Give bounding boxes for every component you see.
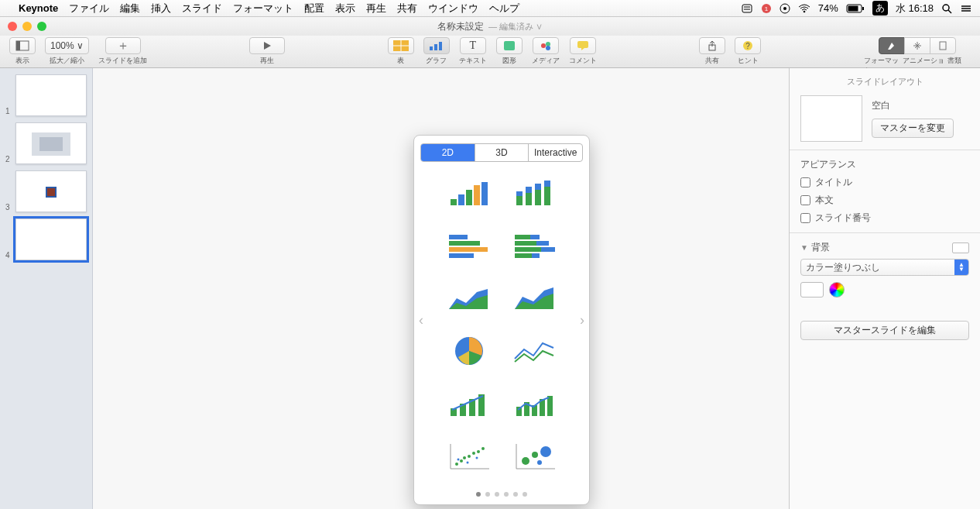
- menu-arrange[interactable]: 配置: [304, 2, 324, 15]
- fill-type-select[interactable]: カラー塗りつぶし ▲▼: [800, 259, 969, 276]
- background-swatch[interactable]: [952, 242, 969, 253]
- svg-rect-8: [862, 7, 864, 10]
- toolbar: 表示 100% ∨ 拡大／縮小 ＋ スライドを追加 再生 表 グラフ T テキス…: [0, 36, 980, 68]
- menu-play[interactable]: 再生: [366, 2, 386, 15]
- svg-point-23: [541, 43, 546, 48]
- page-dot[interactable]: [504, 492, 509, 497]
- toolbar-tips[interactable]: ? ヒント: [735, 37, 761, 66]
- slide-navigator[interactable]: 1 2 3 4: [0, 68, 93, 509]
- svg-rect-53: [530, 235, 540, 239]
- inspector-document-tab[interactable]: [930, 37, 956, 54]
- toolbar-add-slide[interactable]: ＋ スライドを追加: [98, 37, 147, 66]
- chart-type-stacked-bar[interactable]: [505, 171, 564, 215]
- svg-rect-48: [449, 235, 468, 239]
- title-checkbox-label: タイトル: [815, 176, 852, 189]
- menu-insert[interactable]: 挿入: [151, 2, 171, 15]
- menubar-extra-1-icon[interactable]: [741, 3, 753, 14]
- toolbar-text[interactable]: T テキスト: [459, 37, 487, 66]
- pageno-checkbox-row[interactable]: スライド番号: [800, 212, 969, 225]
- chart-type-pie[interactable]: [439, 329, 499, 373]
- svg-point-74: [463, 456, 466, 459]
- minimize-button[interactable]: [22, 22, 32, 31]
- page-dot[interactable]: [485, 492, 490, 497]
- menu-help[interactable]: ヘルプ: [489, 2, 519, 15]
- menu-share[interactable]: 共有: [397, 2, 417, 15]
- chart-type-bubble[interactable]: [505, 435, 564, 478]
- chart-type-bar[interactable]: [439, 171, 499, 215]
- svg-point-9: [943, 5, 949, 11]
- slide-thumb-2[interactable]: 2: [15, 122, 87, 164]
- page-dot[interactable]: [513, 492, 518, 497]
- battery-percent: 74%: [818, 2, 838, 14]
- menubar-extra-2-icon[interactable]: 1: [761, 3, 772, 14]
- menu-format[interactable]: フォーマット: [233, 2, 293, 15]
- app-name[interactable]: Keynote: [19, 2, 58, 14]
- control-center-icon[interactable]: [960, 4, 972, 13]
- change-master-button[interactable]: マスターを変更: [872, 119, 954, 138]
- toolbar-zoom[interactable]: 100% ∨ 拡大／縮小: [45, 37, 89, 66]
- slide-thumb-1[interactable]: 1: [15, 74, 87, 116]
- slide-thumb-3[interactable]: 3: [15, 170, 87, 212]
- appearance-heading: アピアランス: [800, 158, 969, 171]
- body-checkbox-row[interactable]: 本文: [800, 194, 969, 207]
- menu-window[interactable]: ウインドウ: [428, 2, 478, 15]
- disclosure-triangle-icon[interactable]: ▼: [800, 243, 808, 252]
- chart-tab-3d[interactable]: 3D: [475, 144, 529, 161]
- page-dot[interactable]: [523, 492, 527, 497]
- slide-number: 1: [5, 107, 10, 115]
- toolbar-table[interactable]: 表: [388, 37, 414, 66]
- traffic-lights: [8, 22, 46, 31]
- slide-number: 3: [5, 203, 10, 212]
- page-dot[interactable]: [476, 492, 481, 497]
- edit-master-button[interactable]: マスタースライドを編集: [800, 321, 969, 340]
- svg-rect-21: [439, 42, 442, 50]
- zoom-button[interactable]: [37, 22, 46, 31]
- slide-layout-thumb[interactable]: [800, 95, 862, 142]
- chart-type-hbar[interactable]: [439, 224, 499, 267]
- svg-rect-43: [526, 187, 532, 193]
- inspector-animate-tab[interactable]: [904, 37, 930, 54]
- document-title[interactable]: 名称未設定: [437, 20, 484, 33]
- chart-type-stacked-area[interactable]: [505, 277, 564, 320]
- body-checkbox[interactable]: [800, 195, 810, 205]
- toolbar-comment[interactable]: コメント: [569, 37, 597, 66]
- toolbar-view[interactable]: 表示: [9, 37, 36, 66]
- menu-file[interactable]: ファイル: [69, 2, 109, 15]
- spotlight-icon[interactable]: [941, 3, 952, 14]
- chart-tab-interactive[interactable]: Interactive: [528, 144, 582, 161]
- pageno-checkbox[interactable]: [800, 213, 810, 223]
- document-subtitle[interactable]: — 編集済み ∨: [488, 21, 543, 33]
- title-checkbox-row[interactable]: タイトル: [800, 176, 969, 189]
- slide-canvas[interactable]: 2D 3D Interactive ‹ ›: [93, 68, 790, 509]
- chart-type-stacked-hbar[interactable]: [505, 224, 564, 267]
- menu-edit[interactable]: 編集: [120, 2, 140, 15]
- chart-type-mixed[interactable]: [505, 382, 564, 425]
- toolbar-chart[interactable]: グラフ: [423, 37, 450, 66]
- title-checkbox[interactable]: [800, 177, 810, 187]
- inspector-format-tab[interactable]: [879, 37, 905, 54]
- menu-slide[interactable]: スライド: [182, 2, 222, 15]
- chart-type-scatter[interactable]: [439, 435, 499, 478]
- chart-type-bar-trend[interactable]: [439, 382, 499, 425]
- page-dot[interactable]: [495, 492, 499, 497]
- slide-thumb-4[interactable]: 4: [15, 218, 87, 260]
- toolbar-share[interactable]: 共有: [699, 37, 725, 66]
- chart-type-area[interactable]: [439, 277, 499, 320]
- toolbar-play[interactable]: 再生: [249, 37, 285, 66]
- svg-rect-59: [532, 253, 540, 258]
- chart-page-next[interactable]: ›: [580, 312, 584, 328]
- svg-rect-0: [742, 5, 752, 12]
- macos-menubar: Keynote ファイル 編集 挿入 スライド フォーマット 配置 表示 再生 …: [0, 0, 980, 17]
- ime-indicator[interactable]: あ: [872, 1, 888, 15]
- chart-type-line[interactable]: [505, 329, 564, 373]
- chart-page-prev[interactable]: ‹: [419, 312, 423, 328]
- toolbar-media[interactable]: メディア: [532, 37, 560, 66]
- toolbar-shape[interactable]: 図形: [496, 37, 523, 66]
- menu-view[interactable]: 表示: [335, 2, 355, 15]
- wifi-icon[interactable]: [798, 4, 810, 13]
- color-wheel-icon[interactable]: [829, 282, 845, 297]
- chart-tab-2d[interactable]: 2D: [421, 144, 475, 161]
- color-well[interactable]: [800, 282, 824, 297]
- menubar-extra-3-icon[interactable]: [780, 3, 790, 14]
- close-button[interactable]: [8, 22, 17, 31]
